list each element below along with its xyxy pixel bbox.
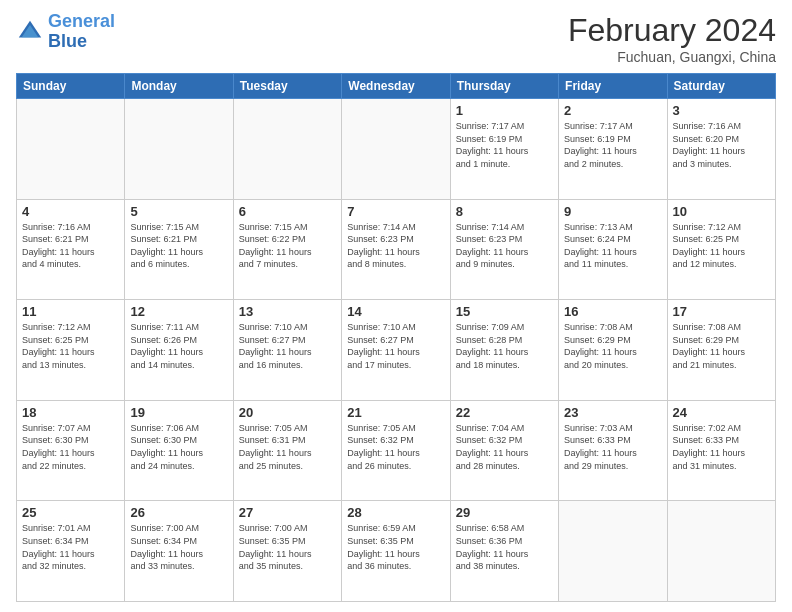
calendar-week-row: 11Sunrise: 7:12 AM Sunset: 6:25 PM Dayli… [17, 300, 776, 401]
calendar-week-row: 4Sunrise: 7:16 AM Sunset: 6:21 PM Daylig… [17, 199, 776, 300]
logo: General Blue [16, 12, 115, 52]
calendar-header-row: SundayMondayTuesdayWednesdayThursdayFrid… [17, 74, 776, 99]
day-number: 2 [564, 103, 661, 118]
calendar-cell: 13Sunrise: 7:10 AM Sunset: 6:27 PM Dayli… [233, 300, 341, 401]
calendar-cell [667, 501, 775, 602]
day-number: 5 [130, 204, 227, 219]
day-number: 1 [456, 103, 553, 118]
day-info: Sunrise: 7:05 AM Sunset: 6:31 PM Dayligh… [239, 422, 336, 472]
day-number: 17 [673, 304, 770, 319]
day-number: 3 [673, 103, 770, 118]
day-number: 10 [673, 204, 770, 219]
day-number: 9 [564, 204, 661, 219]
day-number: 15 [456, 304, 553, 319]
day-info: Sunrise: 7:10 AM Sunset: 6:27 PM Dayligh… [239, 321, 336, 371]
day-header-sunday: Sunday [17, 74, 125, 99]
day-info: Sunrise: 7:00 AM Sunset: 6:35 PM Dayligh… [239, 522, 336, 572]
calendar-table: SundayMondayTuesdayWednesdayThursdayFrid… [16, 73, 776, 602]
day-info: Sunrise: 6:58 AM Sunset: 6:36 PM Dayligh… [456, 522, 553, 572]
calendar-cell: 12Sunrise: 7:11 AM Sunset: 6:26 PM Dayli… [125, 300, 233, 401]
day-info: Sunrise: 7:11 AM Sunset: 6:26 PM Dayligh… [130, 321, 227, 371]
day-number: 19 [130, 405, 227, 420]
day-info: Sunrise: 7:17 AM Sunset: 6:19 PM Dayligh… [456, 120, 553, 170]
logo-icon [16, 18, 44, 46]
calendar-cell: 8Sunrise: 7:14 AM Sunset: 6:23 PM Daylig… [450, 199, 558, 300]
logo-line2: Blue [48, 31, 87, 51]
calendar-cell: 25Sunrise: 7:01 AM Sunset: 6:34 PM Dayli… [17, 501, 125, 602]
day-info: Sunrise: 6:59 AM Sunset: 6:35 PM Dayligh… [347, 522, 444, 572]
day-number: 14 [347, 304, 444, 319]
day-number: 12 [130, 304, 227, 319]
calendar-week-row: 1Sunrise: 7:17 AM Sunset: 6:19 PM Daylig… [17, 99, 776, 200]
header: General Blue February 2024 Fuchuan, Guan… [16, 12, 776, 65]
calendar-cell: 10Sunrise: 7:12 AM Sunset: 6:25 PM Dayli… [667, 199, 775, 300]
day-info: Sunrise: 7:12 AM Sunset: 6:25 PM Dayligh… [673, 221, 770, 271]
day-number: 24 [673, 405, 770, 420]
calendar-cell: 29Sunrise: 6:58 AM Sunset: 6:36 PM Dayli… [450, 501, 558, 602]
calendar-cell: 18Sunrise: 7:07 AM Sunset: 6:30 PM Dayli… [17, 400, 125, 501]
day-number: 20 [239, 405, 336, 420]
day-number: 7 [347, 204, 444, 219]
day-info: Sunrise: 7:17 AM Sunset: 6:19 PM Dayligh… [564, 120, 661, 170]
calendar-cell: 4Sunrise: 7:16 AM Sunset: 6:21 PM Daylig… [17, 199, 125, 300]
calendar-week-row: 25Sunrise: 7:01 AM Sunset: 6:34 PM Dayli… [17, 501, 776, 602]
day-info: Sunrise: 7:09 AM Sunset: 6:28 PM Dayligh… [456, 321, 553, 371]
day-number: 25 [22, 505, 119, 520]
calendar-cell: 3Sunrise: 7:16 AM Sunset: 6:20 PM Daylig… [667, 99, 775, 200]
day-info: Sunrise: 7:15 AM Sunset: 6:21 PM Dayligh… [130, 221, 227, 271]
day-info: Sunrise: 7:16 AM Sunset: 6:20 PM Dayligh… [673, 120, 770, 170]
day-info: Sunrise: 7:08 AM Sunset: 6:29 PM Dayligh… [564, 321, 661, 371]
day-number: 27 [239, 505, 336, 520]
day-info: Sunrise: 7:14 AM Sunset: 6:23 PM Dayligh… [347, 221, 444, 271]
day-info: Sunrise: 7:07 AM Sunset: 6:30 PM Dayligh… [22, 422, 119, 472]
day-number: 29 [456, 505, 553, 520]
calendar-cell [233, 99, 341, 200]
page: General Blue February 2024 Fuchuan, Guan… [0, 0, 792, 612]
calendar-cell: 6Sunrise: 7:15 AM Sunset: 6:22 PM Daylig… [233, 199, 341, 300]
calendar-cell: 5Sunrise: 7:15 AM Sunset: 6:21 PM Daylig… [125, 199, 233, 300]
calendar-cell [17, 99, 125, 200]
day-header-friday: Friday [559, 74, 667, 99]
calendar-cell: 16Sunrise: 7:08 AM Sunset: 6:29 PM Dayli… [559, 300, 667, 401]
title-block: February 2024 Fuchuan, Guangxi, China [568, 12, 776, 65]
day-number: 16 [564, 304, 661, 319]
day-number: 18 [22, 405, 119, 420]
day-info: Sunrise: 7:00 AM Sunset: 6:34 PM Dayligh… [130, 522, 227, 572]
calendar-cell [559, 501, 667, 602]
calendar-cell: 11Sunrise: 7:12 AM Sunset: 6:25 PM Dayli… [17, 300, 125, 401]
logo-text: General Blue [48, 12, 115, 52]
day-info: Sunrise: 7:08 AM Sunset: 6:29 PM Dayligh… [673, 321, 770, 371]
day-info: Sunrise: 7:05 AM Sunset: 6:32 PM Dayligh… [347, 422, 444, 472]
calendar-cell [125, 99, 233, 200]
day-header-thursday: Thursday [450, 74, 558, 99]
day-info: Sunrise: 7:01 AM Sunset: 6:34 PM Dayligh… [22, 522, 119, 572]
day-number: 13 [239, 304, 336, 319]
day-number: 28 [347, 505, 444, 520]
calendar-cell: 7Sunrise: 7:14 AM Sunset: 6:23 PM Daylig… [342, 199, 450, 300]
day-number: 21 [347, 405, 444, 420]
calendar-cell: 22Sunrise: 7:04 AM Sunset: 6:32 PM Dayli… [450, 400, 558, 501]
day-number: 22 [456, 405, 553, 420]
day-number: 26 [130, 505, 227, 520]
day-header-wednesday: Wednesday [342, 74, 450, 99]
month-year: February 2024 [568, 12, 776, 49]
day-info: Sunrise: 7:10 AM Sunset: 6:27 PM Dayligh… [347, 321, 444, 371]
day-info: Sunrise: 7:06 AM Sunset: 6:30 PM Dayligh… [130, 422, 227, 472]
day-info: Sunrise: 7:15 AM Sunset: 6:22 PM Dayligh… [239, 221, 336, 271]
calendar-cell: 24Sunrise: 7:02 AM Sunset: 6:33 PM Dayli… [667, 400, 775, 501]
calendar-cell: 15Sunrise: 7:09 AM Sunset: 6:28 PM Dayli… [450, 300, 558, 401]
calendar-cell: 20Sunrise: 7:05 AM Sunset: 6:31 PM Dayli… [233, 400, 341, 501]
calendar-cell: 2Sunrise: 7:17 AM Sunset: 6:19 PM Daylig… [559, 99, 667, 200]
calendar-cell: 19Sunrise: 7:06 AM Sunset: 6:30 PM Dayli… [125, 400, 233, 501]
day-number: 4 [22, 204, 119, 219]
day-header-tuesday: Tuesday [233, 74, 341, 99]
calendar-week-row: 18Sunrise: 7:07 AM Sunset: 6:30 PM Dayli… [17, 400, 776, 501]
day-number: 6 [239, 204, 336, 219]
calendar-cell: 23Sunrise: 7:03 AM Sunset: 6:33 PM Dayli… [559, 400, 667, 501]
calendar-cell: 27Sunrise: 7:00 AM Sunset: 6:35 PM Dayli… [233, 501, 341, 602]
day-number: 23 [564, 405, 661, 420]
calendar-cell: 9Sunrise: 7:13 AM Sunset: 6:24 PM Daylig… [559, 199, 667, 300]
day-header-saturday: Saturday [667, 74, 775, 99]
calendar-cell: 1Sunrise: 7:17 AM Sunset: 6:19 PM Daylig… [450, 99, 558, 200]
day-info: Sunrise: 7:16 AM Sunset: 6:21 PM Dayligh… [22, 221, 119, 271]
